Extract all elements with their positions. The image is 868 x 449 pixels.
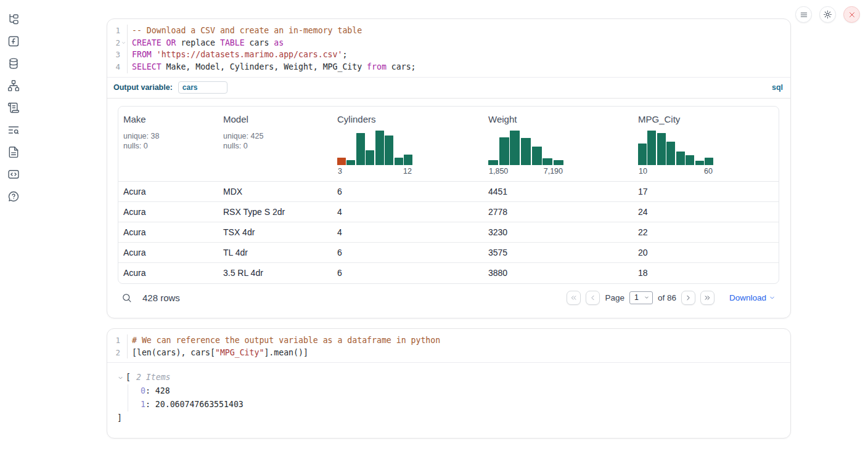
chevron-right-icon <box>684 294 692 302</box>
pagination: Page 1 of 86 Download <box>567 291 779 305</box>
last-page-button[interactable] <box>700 291 714 305</box>
chevrons-right-icon <box>703 294 711 302</box>
sidebar-item-scroll[interactable] <box>7 102 20 114</box>
code-token <box>152 50 157 59</box>
table-row[interactable]: AcuraRSX Type S 2dr4277824 <box>118 202 779 222</box>
table-cell: 2778 <box>483 207 633 217</box>
sidebar-item-function-square[interactable] <box>7 35 20 47</box>
column-header-mpg_city[interactable]: MPG_City1060 <box>633 107 779 181</box>
line-number: 2 <box>107 347 120 359</box>
first-page-button[interactable] <box>567 291 581 305</box>
code-token: OR <box>166 38 176 47</box>
column-header-weight[interactable]: Weight1,8507,190 <box>483 107 633 181</box>
table-cell: Acura <box>118 187 218 196</box>
code-token: -- Download a CSV and create an in-memor… <box>132 26 362 35</box>
table-row[interactable]: AcuraTL 4dr6357520 <box>118 243 779 263</box>
table-search-button[interactable] <box>121 293 132 303</box>
next-page-button[interactable] <box>681 291 695 305</box>
histogram-bar <box>542 158 552 165</box>
column-header-model[interactable]: Modelunique: 425nulls: 0 <box>218 107 332 181</box>
fold-toggle <box>120 25 127 37</box>
code-line: 1# We can reference the output variable … <box>107 334 790 347</box>
sidebar-item-file-tree[interactable] <box>7 13 20 25</box>
histogram-bar <box>676 152 685 165</box>
chevron-down-icon <box>644 294 650 301</box>
code-token: as <box>274 38 284 47</box>
sidebar-item-list-search[interactable] <box>7 124 20 136</box>
scroll-icon <box>7 102 20 114</box>
tree-item-separator: : <box>145 400 155 409</box>
column-stat: nulls: 0 <box>123 141 213 152</box>
page-label: Page <box>605 293 624 302</box>
fold-chevron-icon <box>121 40 126 46</box>
column-stat: nulls: 0 <box>223 141 327 152</box>
histogram-bars <box>488 131 563 165</box>
table-row[interactable]: AcuraTSX 4dr4323022 <box>118 222 779 243</box>
help-icon <box>7 190 20 203</box>
histogram-range-labels: 312 <box>337 167 412 177</box>
table-cell: 4 <box>332 207 483 217</box>
histogram-bar <box>346 160 355 165</box>
fold-toggle[interactable] <box>120 37 127 49</box>
code-token: "MPG_City" <box>215 348 264 357</box>
histogram-bar <box>532 147 542 165</box>
code-line: 3FROM 'https://datasets.marimo.app/cars.… <box>107 49 790 61</box>
table-row[interactable]: Acura3.5 RL 4dr6388018 <box>118 263 779 283</box>
prev-page-button[interactable] <box>586 291 600 305</box>
tree-collapse-toggle[interactable] <box>117 374 126 381</box>
histogram-bar <box>705 158 713 165</box>
line-number: 1 <box>107 25 120 37</box>
sidebar-item-snippets[interactable] <box>7 168 20 180</box>
page-select[interactable]: 1 <box>629 291 653 304</box>
sidebar-item-database[interactable] <box>7 57 20 70</box>
chevron-down-icon <box>117 374 124 381</box>
table-row[interactable]: AcuraMDX6445117 <box>118 182 779 202</box>
histogram-bar <box>366 150 374 165</box>
table-cell: 3.5 RL 4dr <box>218 268 332 278</box>
column-header-cylinders[interactable]: Cylinders312 <box>332 107 483 181</box>
histogram-bar <box>385 136 393 165</box>
settings-button[interactable] <box>819 6 836 23</box>
line-number: 2 <box>107 37 120 49</box>
tree-items-summary: 2 Items <box>131 371 171 384</box>
table-cell: 3880 <box>483 268 633 278</box>
histogram-bars <box>337 131 412 165</box>
table-cell: 6 <box>332 268 483 278</box>
table-cell: TL 4dr <box>218 248 332 257</box>
column-stat: unique: 425 <box>223 131 327 142</box>
sidebar-item-document[interactable] <box>7 146 20 158</box>
notebook-actions <box>795 6 860 23</box>
fold-toggle <box>120 49 127 61</box>
sql-code-editor[interactable]: 1-- Download a CSV and create an in-memo… <box>107 19 790 78</box>
column-title: MPG_City <box>638 114 774 124</box>
table-cell: 17 <box>633 187 779 196</box>
python-code-editor[interactable]: 1# We can reference the output variable … <box>107 329 790 363</box>
histogram-bars <box>638 131 713 165</box>
histogram-bar <box>510 131 520 165</box>
table-cell: 4451 <box>483 187 633 196</box>
line-number: 1 <box>107 334 120 347</box>
sql-meta-row: Output variable: sql <box>107 78 790 99</box>
code-line: 1-- Download a CSV and create an in-memo… <box>107 25 790 37</box>
tree-item-value: 20.060747663551403 <box>155 400 244 409</box>
column-header-make[interactable]: Makeunique: 38nulls: 0 <box>118 107 218 181</box>
chevrons-left-icon <box>570 294 578 302</box>
row-count: 428 rows <box>142 293 180 303</box>
shutdown-button[interactable] <box>843 6 860 23</box>
code-text: FROM 'https://datasets.marimo.app/cars.c… <box>127 49 790 61</box>
table-cell: Acura <box>118 207 218 217</box>
table-cell: 3230 <box>483 227 633 237</box>
sidebar-item-dependency-graph[interactable] <box>7 79 20 92</box>
table-cell: 22 <box>633 227 779 237</box>
sql-cell: 1-- Download a CSV and create an in-memo… <box>107 18 791 318</box>
table-cell: 4 <box>332 227 483 237</box>
sql-output-area: Makeunique: 38nulls: 0Modelunique: 425nu… <box>107 99 790 308</box>
column-title: Model <box>223 114 327 124</box>
histogram-max-label: 60 <box>704 167 713 177</box>
sidebar-item-help[interactable] <box>7 190 20 203</box>
table-footer: 428 rows Page 1 of 86 <box>118 288 779 308</box>
menu-button[interactable] <box>795 6 812 23</box>
output-variable-input[interactable] <box>178 81 227 94</box>
code-token: cars <box>245 38 274 47</box>
download-button[interactable]: Download <box>726 293 779 303</box>
